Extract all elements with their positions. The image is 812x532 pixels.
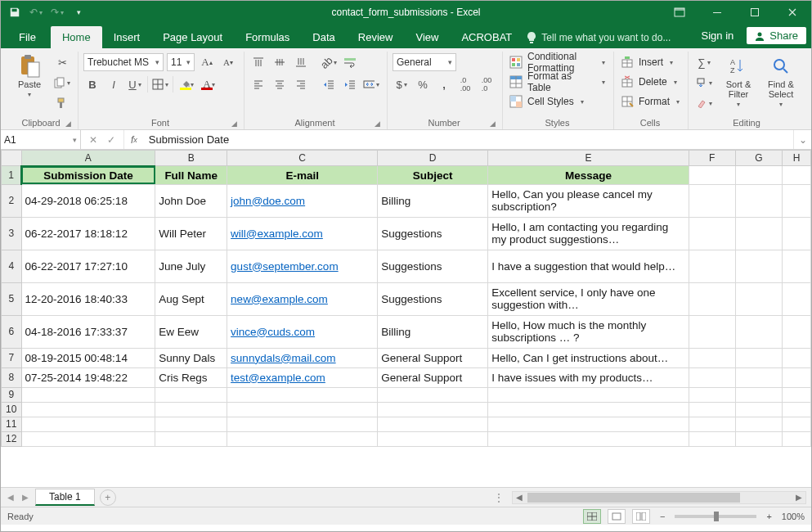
expand-formula-bar-icon[interactable]: ⌄	[793, 130, 811, 149]
number-format-dropdown[interactable]: General▾	[393, 53, 456, 71]
zoom-in-icon[interactable]: +	[763, 512, 774, 521]
delete-cells-button[interactable]: Delete▾	[619, 73, 681, 91]
cell[interactable]: john@doe.com	[227, 184, 378, 217]
row-header[interactable]: 3	[2, 217, 22, 250]
cell[interactable]: test@example.com	[227, 367, 378, 387]
cut-icon[interactable]: ✂	[53, 53, 71, 71]
cell[interactable]	[155, 387, 227, 402]
maximize-icon[interactable]	[736, 1, 774, 24]
cell[interactable]	[689, 417, 735, 431]
view-page-break-icon[interactable]	[632, 509, 650, 524]
cell[interactable]	[488, 417, 689, 431]
dialog-launcher-icon[interactable]: ◢	[490, 119, 496, 128]
cell[interactable]	[783, 282, 811, 315]
cell[interactable]: Suggestions	[378, 250, 488, 282]
cell[interactable]: June July	[155, 250, 227, 282]
enter-formula-icon[interactable]: ✓	[107, 134, 115, 146]
ribbon-display-options-icon[interactable]	[661, 1, 698, 24]
cell[interactable]	[689, 282, 735, 315]
view-page-layout-icon[interactable]	[608, 509, 626, 524]
cell[interactable]	[735, 431, 782, 446]
font-color-button[interactable]: A ▾	[198, 75, 216, 93]
tab-insert[interactable]: Insert	[102, 26, 152, 48]
cell[interactable]: will@example.com	[227, 217, 378, 250]
email-link[interactable]: sunnydals@mail.com	[231, 352, 336, 364]
autosum-icon[interactable]: ∑▾	[693, 53, 715, 71]
cell[interactable]	[689, 217, 735, 250]
cell[interactable]	[21, 402, 155, 417]
align-middle-icon[interactable]	[271, 53, 289, 71]
cell[interactable]: 04-29-2018 06:25:18	[21, 184, 155, 217]
cell[interactable]	[783, 348, 811, 367]
column-headers[interactable]: A B C D E F G H	[2, 151, 811, 166]
save-icon[interactable]	[6, 3, 24, 21]
borders-button[interactable]: ▾	[151, 75, 169, 93]
cell[interactable]	[735, 367, 782, 387]
cell[interactable]: 06-22-2017 17:27:10	[21, 250, 155, 282]
cell[interactable]: Hello, Can you please cancel my subscrip…	[488, 184, 689, 217]
cell[interactable]	[21, 431, 155, 446]
zoom-out-icon[interactable]: −	[657, 512, 668, 521]
format-cells-button[interactable]: Format▾	[619, 92, 681, 110]
cell[interactable]	[783, 217, 811, 250]
cell[interactable]: Sunny Dals	[155, 348, 227, 367]
cell[interactable]: sunnydals@mail.com	[227, 348, 378, 367]
cancel-formula-icon[interactable]: ✕	[89, 134, 97, 146]
cell[interactable]	[735, 387, 782, 402]
cell[interactable]: 04-18-2016 17:33:37	[21, 315, 155, 348]
cell[interactable]: new@example.com	[227, 282, 378, 315]
increase-decimal-icon[interactable]: .0.00	[456, 75, 474, 93]
wrap-text-icon[interactable]	[341, 53, 359, 71]
row-header[interactable]: 5	[2, 282, 22, 315]
table-row[interactable]: 7 08-19-2015 00:48:14 Sunny Dals sunnyda…	[2, 348, 811, 367]
align-bottom-icon[interactable]	[292, 53, 310, 71]
cell[interactable]: Hello, How much is the monthly subscript…	[488, 315, 689, 348]
cell[interactable]	[378, 387, 488, 402]
format-painter-icon[interactable]	[53, 94, 71, 112]
cell[interactable]	[689, 367, 735, 387]
tab-home[interactable]: Home	[51, 26, 102, 48]
cell[interactable]: Full Name	[155, 166, 227, 185]
table-row[interactable]: 3 06-22-2017 18:18:12 Will Peter will@ex…	[2, 217, 811, 250]
view-normal-icon[interactable]	[583, 509, 601, 524]
table-row[interactable]: 12	[2, 431, 811, 446]
email-link[interactable]: test@example.com	[231, 372, 325, 384]
share-button[interactable]: Share	[747, 27, 806, 44]
email-link[interactable]: will@example.com	[231, 228, 323, 240]
redo-icon[interactable]: ↷▾	[48, 3, 66, 21]
horizontal-scrollbar[interactable]: ◀ ▶	[512, 491, 806, 504]
insert-cells-button[interactable]: Insert▾	[619, 53, 681, 71]
cell[interactable]	[227, 417, 378, 431]
email-link[interactable]: gust@september.com	[231, 260, 339, 273]
cell[interactable]: Hello, Can I get instructions about…	[488, 348, 689, 367]
cell[interactable]	[488, 387, 689, 402]
cell[interactable]	[735, 166, 782, 185]
fill-icon[interactable]: ▾	[693, 74, 715, 92]
cell-styles-button[interactable]: Cell Styles▾	[508, 92, 607, 110]
increase-indent-icon[interactable]	[341, 75, 359, 93]
cell[interactable]: 07-25-2014 19:48:22	[21, 367, 155, 387]
row-header[interactable]: 12	[2, 431, 22, 446]
cell[interactable]	[689, 315, 735, 348]
cell[interactable]	[689, 250, 735, 282]
scrollbar-thumb[interactable]	[527, 493, 740, 503]
table-row[interactable]: 1 Submission Date Full Name E-mail Subje…	[2, 166, 811, 185]
cell[interactable]	[155, 431, 227, 446]
qat-customize-icon[interactable]: ▾	[70, 3, 87, 21]
cell[interactable]: 12-20-2016 18:40:33	[21, 282, 155, 315]
table-row[interactable]: 9	[2, 387, 811, 402]
cell[interactable]	[689, 166, 735, 185]
tab-view[interactable]: View	[404, 26, 450, 48]
table-row[interactable]: 11	[2, 417, 811, 431]
close-icon[interactable]	[774, 1, 811, 24]
cell[interactable]	[689, 431, 735, 446]
cell[interactable]: 06-22-2017 18:18:12	[21, 217, 155, 250]
cell[interactable]	[735, 217, 782, 250]
tab-formulas[interactable]: Formulas	[234, 26, 301, 48]
cell[interactable]	[783, 367, 811, 387]
cell[interactable]	[378, 417, 488, 431]
zoom-slider[interactable]	[675, 515, 756, 518]
table-row[interactable]: 10	[2, 402, 811, 417]
dialog-launcher-icon[interactable]: ◢	[231, 119, 237, 128]
cell[interactable]: Suggestions	[378, 282, 488, 315]
